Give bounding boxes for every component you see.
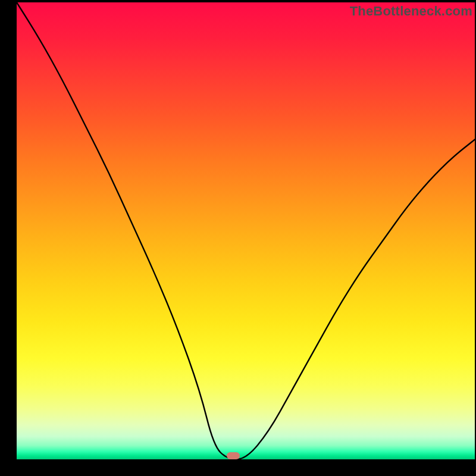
watermark-text: TheBottleneck.com	[350, 4, 472, 19]
optimal-marker-icon	[227, 452, 240, 459]
bottleneck-curve	[0, 0, 476, 476]
chart-frame: TheBottleneck.com	[0, 0, 476, 476]
